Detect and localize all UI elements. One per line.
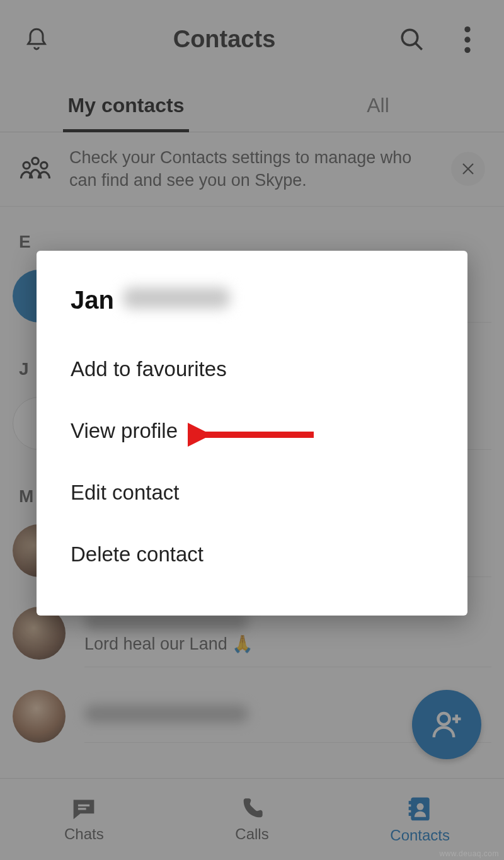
menu-add-to-favourites[interactable]: Add to favourites bbox=[71, 338, 433, 400]
menu-delete-contact[interactable]: Delete contact bbox=[71, 524, 433, 585]
menu-edit-contact[interactable]: Edit contact bbox=[71, 462, 433, 524]
app-screen: Contacts My contacts All Check bbox=[0, 0, 504, 860]
dialog-name-first: Jan bbox=[71, 286, 114, 314]
watermark: www.deuaq.com bbox=[439, 849, 499, 858]
dialog-name-redacted bbox=[123, 287, 230, 309]
contact-context-menu: Jan Add to favourites View profile Edit … bbox=[37, 251, 467, 616]
dialog-contact-name: Jan bbox=[71, 286, 433, 314]
menu-view-profile[interactable]: View profile bbox=[71, 400, 433, 462]
